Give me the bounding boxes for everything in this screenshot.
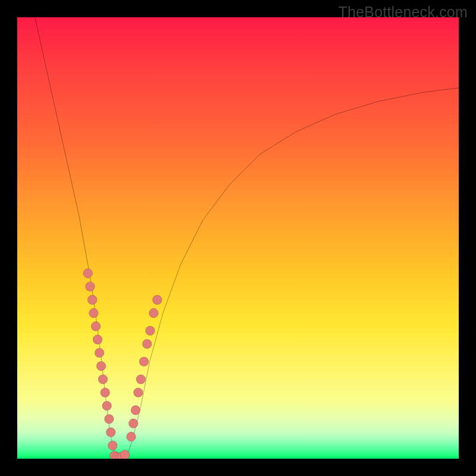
chart-gradient-background [17, 17, 459, 459]
watermark-text: TheBottleneck.com [339, 4, 468, 21]
chart-frame: TheBottleneck.com [0, 0, 476, 476]
